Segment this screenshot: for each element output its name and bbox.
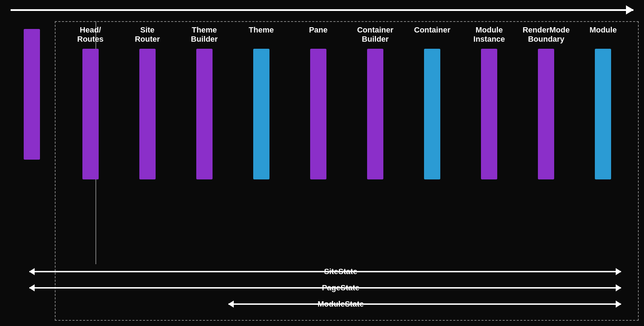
state-row-modulestate: ModuleState bbox=[11, 299, 633, 309]
app-column bbox=[11, 24, 53, 160]
top-direction-arrow bbox=[11, 6, 633, 13]
state-row-sitestate: SiteState bbox=[11, 267, 633, 277]
state-label-pagestate: PageState bbox=[322, 283, 359, 292]
component-col-2: ThemeBuilder bbox=[176, 24, 233, 179]
component-label-5: ContainerBuilder bbox=[357, 24, 394, 45]
state-label-sitestate: SiteState bbox=[324, 267, 357, 276]
component-bar-9 bbox=[595, 49, 611, 179]
main-container: Head/RoutesSiteRouterThemeBuilderThemePa… bbox=[0, 0, 644, 326]
component-col-6: Container bbox=[404, 24, 461, 179]
state-section: SiteStatePageStateModuleState bbox=[11, 267, 633, 315]
state-label-modulestate: ModuleState bbox=[318, 300, 364, 309]
app-bar bbox=[24, 29, 40, 160]
component-label-9: Module bbox=[590, 24, 617, 45]
component-bar-5 bbox=[367, 49, 383, 179]
component-label-0: Head/Routes bbox=[77, 24, 104, 45]
component-bar-4 bbox=[310, 49, 326, 179]
component-col-5: ContainerBuilder bbox=[347, 24, 404, 179]
component-bar-7 bbox=[481, 49, 497, 179]
component-bar-6 bbox=[424, 49, 440, 179]
component-label-1: SiteRouter bbox=[135, 24, 160, 45]
component-col-0: Head/Routes bbox=[62, 24, 119, 179]
state-arrow-modulestate bbox=[228, 303, 621, 305]
component-bar-1 bbox=[139, 49, 156, 179]
component-label-7: ModuleInstance bbox=[474, 24, 505, 45]
component-col-1: SiteRouter bbox=[119, 24, 176, 179]
component-bar-2 bbox=[196, 49, 213, 179]
component-bar-0 bbox=[82, 49, 99, 179]
component-col-7: ModuleInstance bbox=[461, 24, 518, 179]
component-col-3: Theme bbox=[233, 24, 290, 179]
component-label-8: RenderModeBoundary bbox=[523, 24, 570, 45]
component-label-3: Theme bbox=[249, 24, 274, 45]
component-bar-3 bbox=[253, 49, 269, 179]
state-row-pagestate: PageState bbox=[11, 283, 633, 293]
component-bar-8 bbox=[538, 49, 554, 179]
top-arrow-line bbox=[11, 9, 633, 11]
component-label-4: Pane bbox=[309, 24, 328, 45]
component-label-2: ThemeBuilder bbox=[191, 24, 218, 45]
component-col-4: Pane bbox=[290, 24, 347, 179]
component-label-6: Container bbox=[414, 24, 451, 45]
component-col-9: Module bbox=[575, 24, 632, 179]
components-row: Head/RoutesSiteRouterThemeBuilderThemePa… bbox=[55, 24, 639, 179]
component-col-8: RenderModeBoundary bbox=[518, 24, 575, 179]
